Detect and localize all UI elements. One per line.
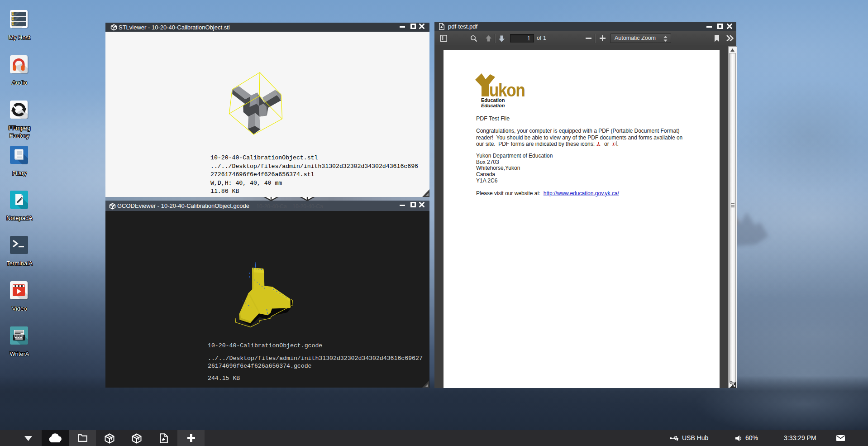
svg-text:ukon: ukon [489,79,525,100]
